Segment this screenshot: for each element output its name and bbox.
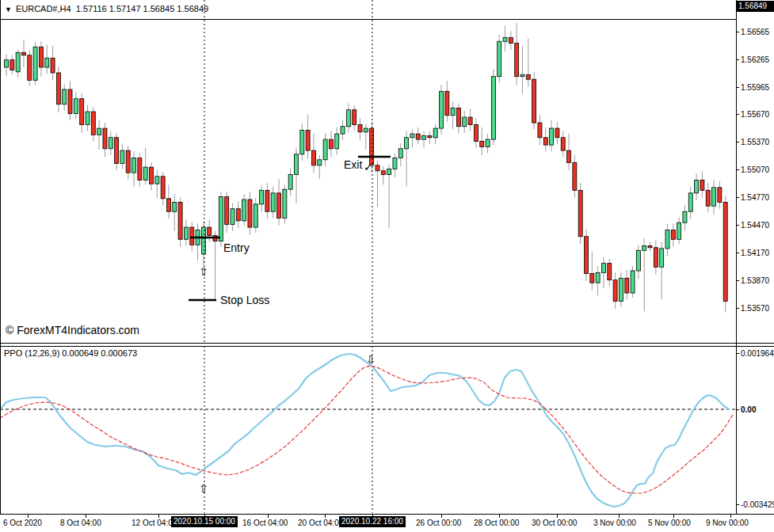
price-tick-label: 1.55670: [741, 110, 769, 119]
chart-header: ▼EURCAD#,H4 1.57116 1.57147 1.56845 1.56…: [5, 4, 208, 13]
time-tick: [158, 515, 159, 518]
price-tick-label: 1.53570: [741, 304, 769, 313]
ppo-indicator-chart[interactable]: [0, 346, 774, 514]
time-label: 28 Oct 00:00: [474, 519, 519, 527]
watermark: © ForexMT4Indicators.com: [6, 324, 139, 336]
indicator-tick-label: -0.003429: [741, 500, 774, 509]
symbol-label: EURCAD#,H4: [16, 4, 71, 13]
sell-arrow-ppo[interactable]: ⇩: [366, 354, 376, 365]
price-axis-border: [736, 0, 737, 515]
time-tick: [730, 515, 731, 518]
time-label: 3 Nov 00:00: [593, 519, 636, 527]
candlestick-chart[interactable]: [0, 0, 774, 344]
indicator-tick-label: 0.001964: [741, 349, 774, 358]
exit-check-chart[interactable]: ✓: [364, 162, 373, 173]
indicator-tick-label: 0.00: [741, 405, 756, 414]
price-tick-label: 1.53870: [741, 276, 769, 285]
price-tick-label: 1.54470: [741, 221, 769, 230]
price-tick-label: 1.55370: [741, 138, 769, 146]
left-frame-border: [0, 0, 1, 515]
time-label: 26 Oct 00:00: [416, 519, 461, 527]
indicator-bottom-border: [0, 514, 774, 515]
exit-label[interactable]: Exit: [344, 158, 362, 171]
time-label: 6 Oct 2020: [3, 519, 42, 527]
stop-loss-label[interactable]: Stop Loss: [220, 294, 269, 306]
mt4-chart-window: ▼EURCAD#,H4 1.57116 1.57147 1.56845 1.56…: [0, 0, 774, 532]
price-tick-label: 1.56565: [741, 28, 769, 36]
buy-arrow-chart[interactable]: ⇧: [199, 266, 208, 277]
time-label-highlighted: 2020.10.15 00:00: [171, 516, 238, 527]
time-tick: [499, 515, 500, 518]
time-label: 8 Oct 04:00: [60, 519, 101, 527]
buy-arrow-ppo[interactable]: ⇧: [199, 483, 208, 494]
time-tick: [619, 515, 620, 518]
time-label: 12 Oct 04:00: [132, 519, 177, 527]
time-tick: [325, 515, 326, 518]
price-tick-label: 1.56265: [741, 55, 769, 64]
current-price-tag: 1.56849: [737, 1, 774, 12]
time-tick: [557, 515, 558, 518]
time-tick: [673, 515, 674, 518]
price-tick-label: 1.54170: [741, 249, 769, 257]
symbol-dropdown-icon[interactable]: ▼: [5, 6, 12, 13]
price-tick-label: 1.55070: [741, 165, 769, 174]
time-label: 16 Oct 04:00: [242, 519, 288, 527]
header-divider: [0, 19, 736, 20]
chart-bottom-border: [0, 343, 774, 344]
time-tick: [268, 515, 269, 518]
time-label: 20 Oct 04:00: [298, 519, 343, 527]
time-tick: [28, 515, 29, 518]
time-label: 9 Nov 00:00: [706, 519, 749, 527]
price-tick-label: 1.54770: [741, 193, 769, 202]
price-tick-label: 1.55965: [741, 83, 769, 92]
ohlc-quote: 1.57116 1.57147 1.56845 1.56849: [76, 4, 208, 13]
time-label: 5 Nov 00:00: [648, 519, 691, 527]
indicator-label: PPO (12,26,9) 0.000649 0.000673: [4, 348, 137, 358]
time-label-highlighted: 2020.10.22 16:00: [339, 516, 406, 527]
entry-label[interactable]: Entry: [223, 241, 250, 254]
time-label: 30 Oct 00:00: [532, 519, 577, 527]
time-tick: [441, 515, 442, 518]
indicator-top-border[interactable]: [0, 346, 774, 347]
time-tick: [86, 515, 86, 518]
